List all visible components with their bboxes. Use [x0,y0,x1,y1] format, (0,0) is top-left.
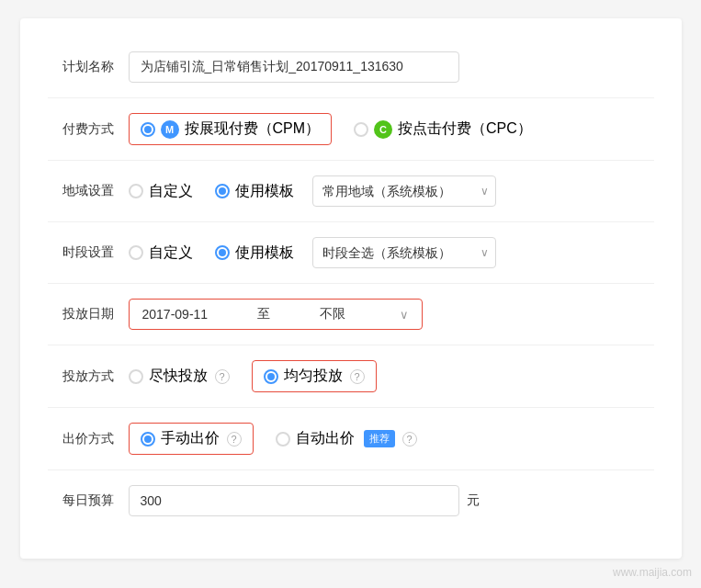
cpm-highlight-box[interactable]: M 按展现付费（CPM） [129,113,333,145]
time-custom-option[interactable]: 自定义 [129,243,193,263]
daily-budget-content: 元 [129,485,654,516]
region-template-label: 使用模板 [235,182,294,201]
region-custom-option[interactable]: 自定义 [129,182,193,201]
time-template-option[interactable]: 使用模板 [215,243,294,263]
region-setting-label: 地域设置 [48,183,114,199]
payment-method-label: 付费方式 [48,121,114,138]
even-delivery-highlight-box[interactable]: 均匀投放 ? [252,360,377,392]
date-range-picker[interactable]: 2017-09-11 至 不限 ∨ [129,299,423,330]
even-delivery-label: 均匀投放 [284,367,343,386]
bid-method-content: 手动出价 ? 自动出价 推荐 ? [129,423,654,455]
time-setting-label: 时段设置 [48,244,114,261]
time-dropdown[interactable]: 时段全选（系统模板） [312,237,496,268]
cpc-icon: C [374,120,392,139]
region-template-radio[interactable] [215,184,230,198]
time-custom-label: 自定义 [149,243,193,263]
date-separator: 至 [257,306,270,322]
region-setting-content: 自定义 使用模板 常用地域（系统模板） [129,175,654,207]
cpm-icon: M [161,120,179,139]
asap-delivery-radio[interactable] [129,369,143,384]
region-dropdown[interactable]: 常用地域（系统模板） [312,175,496,207]
auto-bid-label: 自动出价 [296,429,355,448]
manual-bid-radio[interactable] [141,432,155,447]
plan-name-row: 计划名称 [48,37,654,98]
daily-budget-row: 每日预算 元 [48,470,654,531]
cpm-label: 按展现付费（CPM） [185,119,321,139]
cpc-radio[interactable] [354,122,368,137]
region-custom-label: 自定义 [149,182,193,201]
bid-method-row: 出价方式 手动出价 ? 自动出价 推荐 ? [48,408,654,470]
time-custom-radio[interactable] [129,245,143,260]
payment-method-row: 付费方式 M 按展现付费（CPM） C 按点击付费（CPC） [48,98,654,161]
time-setting-row: 时段设置 自定义 使用模板 时段全选（系统模板） [48,222,654,284]
date-start: 2017-09-11 [142,307,209,322]
time-template-radio[interactable] [215,245,230,260]
daily-budget-label: 每日预算 [48,492,114,509]
plan-name-input[interactable] [129,51,459,83]
date-end: 不限 [320,306,345,322]
delivery-method-content: 尽快投放 ? 均匀投放 ? [129,360,654,392]
cpc-option[interactable]: C 按点击付费（CPC） [354,119,532,139]
manual-bid-highlight-box[interactable]: 手动出价 ? [129,423,254,455]
budget-row: 元 [129,485,480,516]
manual-bid-label: 手动出价 [161,429,220,448]
form-container: 计划名称 付费方式 M 按展现付费（CPM） C 按点击付费（CPC） 地域设置 [20,18,682,559]
region-dropdown-wrapper: 常用地域（系统模板） [312,175,496,207]
plan-name-label: 计划名称 [48,59,114,75]
delivery-method-label: 投放方式 [48,368,114,385]
region-template-option[interactable]: 使用模板 [215,182,294,201]
cpc-label: 按点击付费（CPC） [398,119,532,139]
even-tooltip-icon[interactable]: ? [350,369,365,384]
date-chevron-icon: ∨ [400,308,409,322]
time-dropdown-wrapper: 时段全选（系统模板） [312,237,496,268]
delivery-date-content: 2017-09-11 至 不限 ∨ [129,299,654,330]
daily-budget-input[interactable] [129,485,459,516]
plan-name-content [129,51,654,83]
time-template-label: 使用模板 [235,243,294,263]
delivery-date-row: 投放日期 2017-09-11 至 不限 ∨ [48,284,654,345]
manual-bid-tooltip-icon[interactable]: ? [227,432,242,447]
asap-delivery-label: 尽快投放 [149,367,208,386]
watermark: www.maijia.com [613,566,692,579]
even-delivery-radio[interactable] [264,369,278,384]
region-setting-row: 地域设置 自定义 使用模板 常用地域（系统模板） [48,161,654,222]
region-custom-radio[interactable] [129,184,143,198]
auto-bid-radio[interactable] [276,432,290,447]
budget-unit: 元 [467,492,480,509]
cpm-radio[interactable] [141,122,155,137]
asap-tooltip-icon[interactable]: ? [215,369,230,384]
bid-method-label: 出价方式 [48,431,114,447]
auto-bid-option[interactable]: 自动出价 推荐 ? [276,429,417,448]
recommend-badge: 推荐 [364,430,395,447]
payment-method-content: M 按展现付费（CPM） C 按点击付费（CPC） [129,113,654,145]
delivery-date-label: 投放日期 [48,306,114,322]
time-setting-content: 自定义 使用模板 时段全选（系统模板） [129,237,654,268]
asap-delivery-option[interactable]: 尽快投放 ? [129,367,230,386]
delivery-method-row: 投放方式 尽快投放 ? 均匀投放 ? [48,345,654,408]
auto-bid-tooltip-icon[interactable]: ? [402,432,417,447]
